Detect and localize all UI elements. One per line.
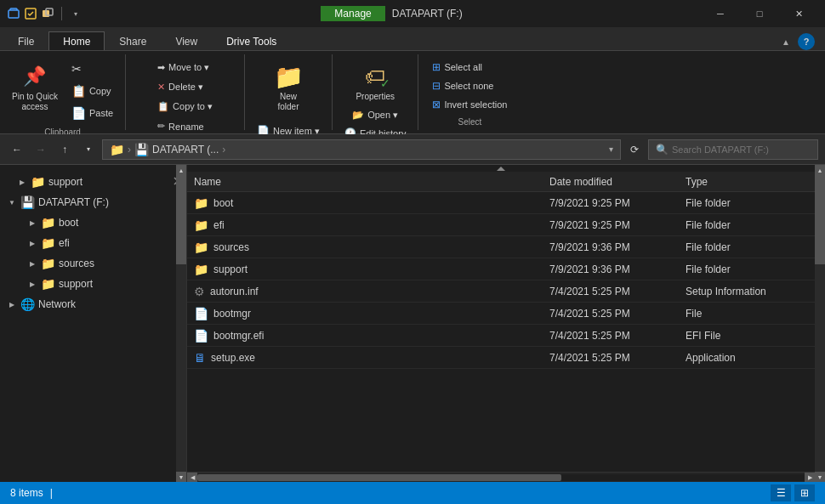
col-header-date[interactable]: Date modified	[543, 172, 679, 191]
table-row[interactable]: 📄 bootmgr.efi 7/4/2021 5:25 PM EFI File	[187, 325, 815, 347]
title-center: Manage DATAPART (F:)	[86, 6, 697, 21]
pin-icon: 📌	[21, 63, 48, 90]
left-scroll-up-btn[interactable]: ▲	[176, 165, 186, 175]
right-scroll-down-btn[interactable]: ▼	[815, 472, 825, 482]
move-to-button[interactable]: ➡ Move to ▾	[152, 59, 214, 76]
rename-button[interactable]: ✏ Rename	[152, 118, 209, 134]
list-view-btn[interactable]: ☰	[771, 484, 791, 501]
qat-icon-2[interactable]	[24, 7, 37, 20]
sidebar-item-boot[interactable]: ▶ 📁 boot	[0, 212, 186, 233]
tab-share[interactable]: Share	[105, 31, 161, 50]
search-box[interactable]: 🔍	[648, 139, 818, 160]
details-view-btn[interactable]: ⊞	[794, 484, 815, 501]
sidebar-item-support-top[interactable]: ▶ 📁 support	[0, 172, 186, 192]
refresh-button[interactable]: ⟳	[624, 139, 645, 160]
table-row[interactable]: 📁 sources 7/9/2021 9:36 PM File folder	[187, 236, 815, 258]
tab-file[interactable]: File	[3, 31, 48, 50]
table-row[interactable]: 🖥 setup.exe 7/4/2021 5:25 PM Application	[187, 347, 815, 369]
table-row[interactable]: ⚙ autorun.inf 7/4/2021 5:25 PM Setup Inf…	[187, 280, 815, 303]
drive-icon: 💾	[20, 195, 35, 209]
path-dropdown[interactable]: ▾	[609, 144, 613, 154]
left-scroll-down-btn[interactable]: ▼	[176, 472, 186, 482]
file-name-label: support	[213, 263, 248, 275]
invert-selection-button[interactable]: ⊠ Invert selection	[427, 97, 512, 112]
tab-view[interactable]: View	[161, 31, 212, 50]
right-scroll-up-btn[interactable]: ▲	[815, 165, 825, 175]
select-all-button[interactable]: ⊞ Select all	[427, 59, 487, 75]
table-row[interactable]: 📄 bootmgr 7/4/2021 5:25 PM File	[187, 303, 815, 325]
copy-to-icon: 📋	[157, 101, 169, 112]
path-chevron: ›	[222, 144, 225, 156]
select-buttons: ⊞ Select all ⊟ Select none ⊠ Invert sele…	[427, 58, 512, 114]
folder-icon-support: 📁	[41, 277, 55, 291]
file-name-cell: 📁 boot	[187, 192, 543, 213]
qat-icon-1[interactable]	[7, 7, 20, 20]
sidebar-label-efi: efi	[59, 237, 70, 249]
new-folder-button[interactable]: 📁 Newfolder	[270, 59, 307, 116]
address-path[interactable]: 📁 › 💾 DATAPART (... › ▾	[102, 139, 621, 160]
delete-button[interactable]: ✕ Delete ▾	[152, 79, 208, 95]
table-row[interactable]: 📁 efi 7/9/2021 9:25 PM File folder	[187, 214, 815, 236]
maximize-button[interactable]: □	[740, 0, 779, 27]
properties-button[interactable]: 🏷 ✓ Properties	[350, 59, 400, 105]
sidebar-item-network[interactable]: ▶ 🌐 Network	[0, 294, 186, 314]
file-type-cell: File folder	[679, 258, 815, 280]
copy-to-label: Copy to ▾	[173, 101, 213, 112]
pin-label: Pin to Quickaccess	[12, 92, 58, 112]
recent-locations-button[interactable]: ▾	[78, 139, 99, 160]
tab-home[interactable]: Home	[48, 31, 105, 50]
title-bar: ▾ Manage DATAPART (F:) ─ □ ✕	[0, 0, 825, 27]
file-type-cell: File	[679, 303, 815, 324]
up-button[interactable]: ↑	[54, 139, 75, 160]
file-date-cell: 7/4/2021 5:25 PM	[543, 347, 679, 368]
ribbon-collapse-btn[interactable]: ▲	[777, 33, 794, 50]
help-btn[interactable]: ?	[798, 33, 815, 50]
horizontal-scrollbar[interactable]: ◀ ▶	[187, 472, 815, 482]
sidebar-item-efi[interactable]: ▶ 📁 efi	[0, 233, 186, 253]
close-button[interactable]: ✕	[779, 0, 818, 27]
window-controls[interactable]: ─ □ ✕	[701, 0, 818, 27]
chevron-sources: ▶	[27, 258, 37, 269]
properties-label: Properties	[356, 92, 395, 102]
file-type-icon: 📄	[194, 329, 208, 343]
file-date-cell: 7/9/2021 9:36 PM	[543, 236, 679, 258]
file-type-cell: EFI File	[679, 325, 815, 346]
tab-drive-tools[interactable]: Drive Tools	[212, 31, 291, 50]
back-button[interactable]: ←	[7, 139, 27, 160]
cut-button[interactable]: ✂	[66, 59, 87, 78]
paste-button[interactable]: 📄 Paste	[66, 104, 118, 122]
minimize-button[interactable]: ─	[701, 0, 740, 27]
search-input[interactable]	[672, 144, 811, 155]
copy-button[interactable]: 📋 Copy	[66, 82, 118, 100]
file-type-cell: File folder	[679, 192, 815, 213]
qat-dropdown[interactable]: ▾	[69, 7, 82, 20]
file-type-icon: 📁	[194, 263, 208, 276]
qat-icon-3[interactable]	[41, 7, 54, 20]
col-header-type[interactable]: Type	[679, 172, 815, 191]
h-scroll-left-btn[interactable]: ◀	[187, 473, 197, 483]
sidebar-item-sources[interactable]: ▶ 📁 sources	[0, 253, 186, 274]
select-none-button[interactable]: ⊟ Select none	[427, 78, 498, 93]
move-to-label: Move to ▾	[168, 62, 209, 73]
table-row[interactable]: 📁 support 7/9/2021 9:36 PM File folder	[187, 258, 815, 280]
col-header-name[interactable]: Name	[187, 172, 543, 191]
open-button[interactable]: 📂 Open ▾	[347, 107, 403, 123]
file-type-label: File folder	[686, 241, 731, 253]
table-row[interactable]: 📁 boot 7/9/2021 9:25 PM File folder	[187, 192, 815, 214]
item-count: 8 items	[10, 487, 43, 499]
file-date-label: 7/9/2021 9:36 PM	[549, 241, 630, 253]
forward-button[interactable]: →	[31, 139, 51, 160]
move-to-icon: ➡	[157, 62, 165, 73]
h-scroll-track[interactable]	[197, 474, 805, 481]
sidebar-item-support[interactable]: ▶ 📁 support	[0, 274, 186, 294]
sidebar-item-datapart[interactable]: ▼ 💾 DATAPART (F:)	[0, 192, 186, 212]
title-bar-quick-access[interactable]: ▾	[7, 7, 82, 20]
right-scroll-track[interactable]	[815, 175, 825, 472]
h-scroll-right-btn[interactable]: ▶	[805, 473, 815, 483]
copy-to-button[interactable]: 📋 Copy to ▾	[152, 99, 218, 115]
pin-to-quick-access-button[interactable]: 📌 Pin to Quickaccess	[7, 59, 63, 116]
left-scroll-thumb	[176, 175, 186, 264]
left-scroll-track[interactable]	[176, 175, 186, 472]
right-panel-scrollbar[interactable]: ▲ ▼	[815, 165, 825, 482]
left-panel-scrollbar[interactable]: ▲ ▼	[176, 165, 186, 482]
